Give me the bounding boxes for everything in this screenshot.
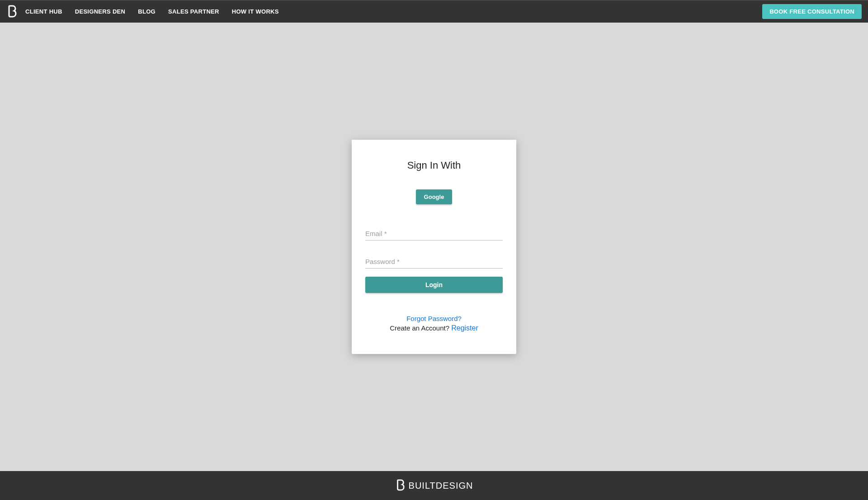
- nav-how-it-works[interactable]: HOW IT WORKS: [232, 8, 279, 15]
- login-button[interactable]: Login: [365, 277, 503, 293]
- create-account-text: Create an Account?: [390, 324, 451, 332]
- google-signin-button[interactable]: Google: [416, 189, 453, 204]
- header: CLIENT HUB DESIGNERS DEN BLOG SALES PART…: [0, 0, 868, 23]
- nav-client-hub[interactable]: CLIENT HUB: [25, 8, 62, 15]
- footer-brand-text: BUILTDESIGN: [409, 481, 473, 491]
- register-link[interactable]: Register: [451, 324, 478, 332]
- password-field[interactable]: [365, 255, 503, 269]
- footer: BUILTDESIGN: [0, 471, 868, 500]
- nav-designers-den[interactable]: DESIGNERS DEN: [75, 8, 126, 15]
- book-consultation-button[interactable]: BOOK FREE CONSULTATION: [762, 4, 862, 19]
- login-title: Sign In With: [365, 160, 503, 171]
- email-field[interactable]: [365, 227, 503, 241]
- main: Sign In With Google Login Forgot Passwor…: [0, 23, 868, 471]
- email-field-wrapper: [365, 227, 503, 241]
- password-field-wrapper: [365, 255, 503, 269]
- footer-logo-icon: [395, 479, 405, 492]
- footer-logo[interactable]: BUILTDESIGN: [395, 479, 473, 492]
- login-card: Sign In With Google Login Forgot Passwor…: [352, 140, 516, 354]
- forgot-password-link[interactable]: Forgot Password?: [406, 315, 462, 322]
- login-links: Forgot Password? Create an Account? Regi…: [365, 315, 503, 332]
- nav-sales-partner[interactable]: SALES PARTNER: [168, 8, 219, 15]
- logo-icon[interactable]: [6, 5, 17, 19]
- nav-blog[interactable]: BLOG: [138, 8, 156, 15]
- nav: CLIENT HUB DESIGNERS DEN BLOG SALES PART…: [25, 8, 279, 15]
